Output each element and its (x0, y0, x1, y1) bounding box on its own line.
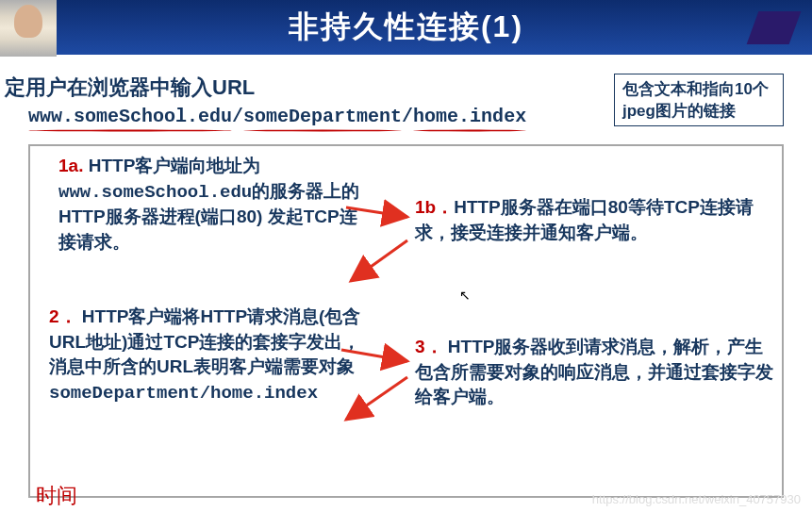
arrow-1b-2 (346, 236, 422, 292)
watermark: https://blog.csdn.net/weixin_40757930 (592, 492, 801, 506)
url-file: home.index (413, 106, 526, 127)
header-decoration (747, 11, 802, 44)
step-3: 3． HTTP服务器收到请求消息，解析，产生包含所需要对象的响应消息，并通过套接… (415, 335, 778, 410)
step-host: www.someSchool.edu (58, 182, 252, 203)
url-host: www.someSchool.edu (28, 106, 232, 127)
slide-title: 非持久性连接(1) (289, 7, 523, 48)
url-line: www.someSchool.edu/someDepartment/home.i… (28, 106, 798, 127)
url-sep: / (232, 106, 243, 127)
step-number: 2． (49, 306, 77, 326)
steps-box: 1a. HTTP客户端向地址为 www.someSchool.edu的服务器上的… (28, 144, 784, 498)
step-object: someDepartment/home.index (49, 383, 318, 404)
slide-header: 非持久性连接(1) (0, 0, 812, 55)
step-number: 1a. (58, 156, 83, 175)
cursor-icon: ↖ (459, 288, 471, 303)
top-section: 定用户在浏览器中输入URL www.someSchool.edu/someDep… (0, 74, 798, 127)
url-sep: / (402, 106, 413, 127)
step-text: HTTP服务器收到请求消息，解析，产生包含所需要对象的响应消息，并通过套接字发给… (415, 337, 773, 406)
svg-line-1 (351, 240, 407, 281)
svg-line-2 (341, 350, 407, 361)
arrow-1a-1b (346, 198, 422, 236)
presenter-thumbnail (0, 0, 57, 57)
arrow-3-down (341, 372, 422, 429)
svg-line-3 (346, 377, 407, 420)
url-path: someDepartment (243, 106, 402, 127)
svg-line-0 (346, 207, 407, 217)
step-text: HTTP服务器在端口80等待TCP连接请求，接受连接并通知客户端。 (415, 197, 754, 242)
step-1b: 1b．HTTP服务器在端口80等待TCP连接请求，接受连接并通知客户端。 (415, 195, 769, 245)
slide-content: 包含文本和指向10个jpeg图片的链接 定用户在浏览器中输入URL www.so… (0, 55, 812, 512)
step-text: HTTP客户端向地址为 (89, 156, 261, 175)
step-text: HTTP客户端将HTTP请求消息(包含URL地址)通过TCP连接的套接字发出，消… (49, 306, 360, 376)
intro-text: 定用户在浏览器中输入URL (5, 74, 798, 102)
step-1a: 1a. HTTP客户端向地址为 www.someSchool.edu的服务器上的… (58, 154, 370, 255)
time-label: 时间 (36, 482, 77, 510)
step-2: 2． HTTP客户端将HTTP请求消息(包含URL地址)通过TCP连接的套接字发… (49, 305, 370, 405)
